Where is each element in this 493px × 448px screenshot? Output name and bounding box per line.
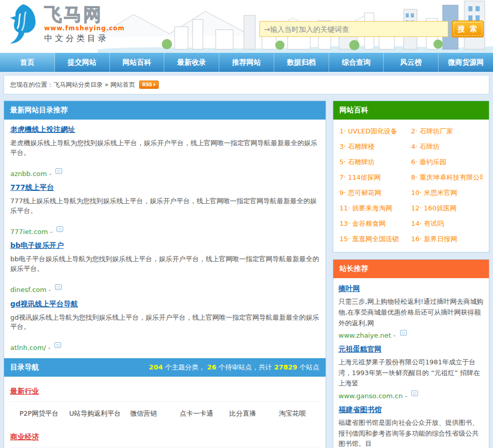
stat-categories-count: 204 [149,363,163,371]
wiki-item[interactable]: 13· 金谷粮食网 [339,216,411,231]
site-tagline: 中文分类目录 [44,33,125,44]
horse-logo-icon [5,2,40,47]
wiki-item[interactable]: 8· 重庆坤卓科技有限公司 [411,170,483,185]
site-description: bb电子平台娱乐线上导航为您找到娱乐线上平台，娱乐开户平台，线上官网唯一指定官网… [10,255,319,274]
site-name: 飞马网 [44,5,125,24]
site-wiki-list: 1· UVLED固化设备 2· 石牌坊厂家 3· 石雕牌楼 4· 石牌坊 5· … [333,120,489,252]
wiki-item[interactable]: 4· 石牌坊 [411,139,483,154]
site-url-line: dinesf.com - [10,284,319,295]
nav-item-latest-included[interactable]: 最新收录 [164,53,219,72]
dash-separator: - [391,332,398,339]
wiki-item[interactable]: 12· 160就医网 [411,201,483,216]
dash-separator: - [403,392,409,400]
list-item: gd视讯线上平台导航 gd视讯娱乐线上导航为您找到娱乐线上平台，娱乐开户平台，线… [10,295,319,353]
category-link[interactable]: 淘宝花呗 [270,404,319,423]
dash-separator: - [46,344,52,352]
comment-icon[interactable] [400,330,407,336]
wiki-item[interactable]: 7· 114侦探网 [339,170,411,185]
site-url-link[interactable]: 777iet.com [10,228,48,236]
site-url-link[interactable]: www.zhaiye.net [338,332,391,339]
site-url-link[interactable]: atlnh.com/ [10,344,46,352]
wiki-item[interactable]: 10· 米思米官网 [411,185,483,201]
latest-sites-list: 老虎機线上投注網址 老虎機娱乐线上导航为您找到娱乐线上平台，娱乐开户平台，线上官… [4,120,326,358]
site-url-link[interactable]: dinesf.com [10,286,46,294]
right-column: 网站百科 1· UVLED固化设备 2· 石牌坊厂家 3· 石雕牌楼 4· 石牌… [333,101,489,448]
list-item: 福建省图书馆 福建省图书馆是面向社会公众开放、提供图书、报刊借阅和参考咨询等多功… [338,401,484,448]
comment-icon[interactable] [55,168,62,174]
category-grid: P2P网贷平台 U站导购返利平台 微信营销 点卡一卡通 比分直播 淘宝花呗 [10,402,319,423]
wiki-item[interactable]: 16· 新界日报网 [411,231,483,247]
stat-pending-count: 26 [207,363,216,371]
site-description: 只需三步,网上购物轻松返利!通过摘叶网去商城购物,在享受商城最优惠价格后还可从摘… [338,297,484,328]
site-title-link[interactable]: bb电子娱乐开户 [10,241,64,250]
directory-stats: 204 个主题分类， 26 个待审站点，共计 27829 个站点 [149,363,319,372]
site-url-link[interactable]: aznbb.com [10,170,47,178]
section-title-business[interactable]: 商业经济 [10,433,39,442]
comment-icon[interactable] [411,391,418,396]
wiki-item[interactable]: 5· 石雕牌坊 [339,154,411,170]
category-link[interactable]: 比分直播 [220,404,270,423]
site-description: 老虎機娱乐线上导航为您找到娱乐线上平台，娱乐开户平台，线上官网唯一指定官网导航最… [10,139,319,158]
category-link[interactable]: 微信营销 [121,404,170,423]
site-url-line: 777iet.com - [10,226,319,237]
list-item: 元祖蛋糕官网 上海元祖梦果子股份有限公司1981年成立于台湾，1993年第一块鲜… [338,341,484,401]
site-logo[interactable]: 飞马网 www.fmsheying.com 中文分类目录 [5,2,125,47]
latest-sites-header: 最新网站目录推荐 [4,101,326,120]
wiki-item[interactable]: 15· 逛逛网全国连锁 [339,231,411,247]
search-input[interactable] [259,21,448,37]
site-title-link[interactable]: 元祖蛋糕官网 [338,345,382,354]
site-url-line: www.zhaiye.net - [338,330,484,341]
wiki-item[interactable]: 1· UVLED固化设备 [339,124,411,139]
nav-item-submit-site[interactable]: 提交网站 [55,53,110,72]
directory-nav-title: 目录导航 [10,363,39,372]
comment-icon[interactable] [56,226,63,232]
site-wiki-header: 网站百科 [333,101,489,120]
stat-total-count: 27829 [274,363,297,371]
wiki-item[interactable]: 9· 思可鲜花网 [339,185,411,201]
webmaster-recommend-panel: 站长推荐 摘叶网 只需三步,网上购物轻松返利!通过摘叶网去商城购物,在享受商城最… [333,259,489,448]
nav-item-data-archive[interactable]: 数据归档 [274,53,329,72]
breadcrumb-text: 您现在的位置：飞马网站分类目录 » 网站首页 [10,81,135,89]
stat-pending-label: 个待审站点，共计 [216,363,274,371]
site-header: 飞马网 www.fmsheying.com 中文分类目录 搜 索 [0,0,493,53]
site-url-line: www.ganso.com.cn - [338,391,484,401]
dash-separator: - [46,286,53,294]
site-wiki-panel: 网站百科 1· UVLED固化设备 2· 石牌坊厂家 3· 石雕牌楼 4· 石牌… [333,101,489,252]
site-title-link[interactable]: 老虎機线上投注網址 [10,125,75,134]
wiki-item[interactable]: 14· 有试吗 [411,216,483,231]
category-link[interactable]: U站导购返利平台 [60,404,121,423]
main-content: 最新网站目录推荐 老虎機线上投注網址 老虎機娱乐线上导航为您找到娱乐线上平台，娱… [0,98,493,448]
site-description: 上海元祖梦果子股份有限公司1981年成立于台湾，1993年第一块鲜亮醒目的 “元… [338,357,484,389]
comment-icon[interactable] [54,342,61,348]
category-link[interactable]: P2P网贷平台 [10,404,60,423]
nav-item-weishang-sources[interactable]: 微商货源网 [439,53,493,72]
rss-badge[interactable]: RSS [139,81,159,89]
site-url-link[interactable]: www.ganso.com.cn [338,392,403,400]
nav-item-comprehensive-query[interactable]: 综合查询 [329,53,384,72]
site-title-link[interactable]: 摘叶网 [338,284,360,294]
site-description: 777线上娱乐线上导航为您找到娱乐线上平台，娱乐开户平台，线上官网唯一指定官网导… [10,197,319,216]
nav-item-recommended-sites[interactable]: 推荐网站 [219,53,274,72]
stat-total-label: 个站点 [297,363,319,371]
recommend-list: 摘叶网 只需三步,网上购物轻松返利!通过摘叶网去商城购物,在享受商城最优惠价格后… [333,278,489,448]
site-title-link[interactable]: 777线上平台 [10,183,54,192]
search-button[interactable]: 搜 索 [452,21,484,37]
category-sections: 最新行业 P2P网贷平台 U站导购返利平台 微信营销 点卡一卡通 比分直播 淘宝… [4,377,326,448]
site-title-link[interactable]: 福建省图书馆 [338,405,382,415]
section-title-latest-industry[interactable]: 最新行业 [10,387,39,396]
wiki-item[interactable]: 6· 垂钓乐园 [411,154,483,170]
nav-item-site-wiki[interactable]: 网站百科 [110,53,165,72]
wiki-item[interactable]: 3· 石雕牌楼 [339,139,411,154]
list-item: bb电子娱乐开户 bb电子平台娱乐线上导航为您找到娱乐线上平台，娱乐开户平台，线… [10,237,319,295]
nav-item-ranking[interactable]: 风云榜 [384,53,439,72]
category-link[interactable]: 点卡一卡通 [170,404,220,423]
wiki-item[interactable]: 11· 就要来海淘网 [339,201,411,216]
wiki-item[interactable]: 2· 石牌坊厂家 [411,124,483,139]
site-description: 福建省图书馆是面向社会公众开放、提供图书、报刊借阅和参考咨询等多功能的综合性省级… [338,418,484,448]
nav-item-home[interactable]: 首页 [0,53,55,72]
list-item: 摘叶网 只需三步,网上购物轻松返利!通过摘叶网去商城购物,在享受商城最优惠价格后… [338,280,484,341]
dash-separator: - [47,170,53,178]
comment-icon[interactable] [55,284,62,290]
site-url-text: www.fmsheying.com [44,25,125,32]
site-title-link[interactable]: gd视讯线上平台导航 [10,300,78,309]
